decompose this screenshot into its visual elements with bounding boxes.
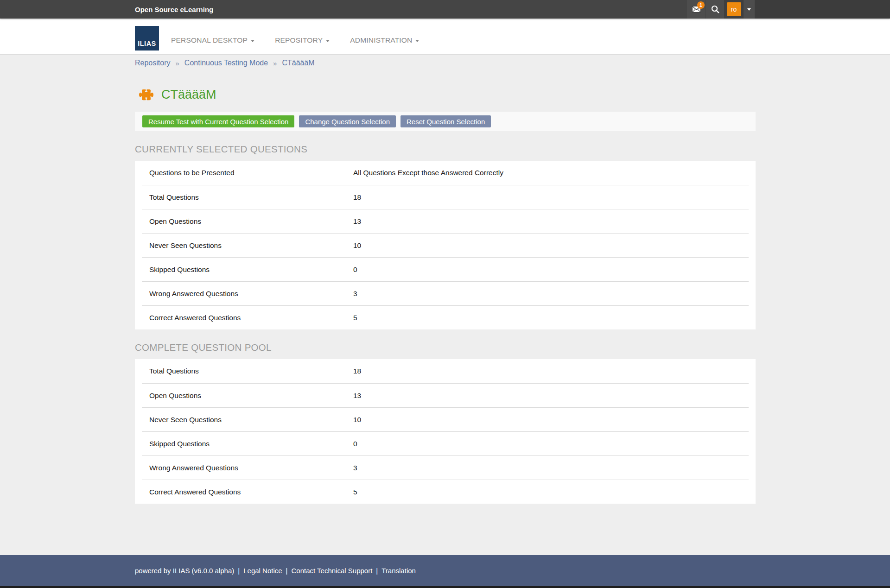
row-value: 10 [353, 241, 361, 250]
user-dropdown-toggle[interactable] [744, 0, 755, 19]
puzzle-piece-icon [139, 88, 153, 102]
page-title: CTääääM [161, 88, 216, 102]
mail-badge: 1 [697, 1, 705, 9]
search-icon [711, 5, 719, 13]
row-value: 5 [353, 314, 357, 322]
installation-title: Open Source eLearning [135, 0, 213, 19]
user-menu-button[interactable]: ro [724, 0, 744, 19]
row-value: 3 [353, 464, 357, 472]
breadcrumb-current-page: CTääääM [282, 59, 314, 67]
search-button[interactable] [706, 0, 724, 19]
row-value: 13 [353, 217, 361, 226]
row-value: All Questions Except those Answered Corr… [353, 169, 503, 177]
table-row: Total Questions 18 [142, 185, 749, 209]
topbar-right-spacer [755, 0, 890, 19]
page-header: CTääääM [135, 88, 756, 102]
table-row: Skipped Questions 0 [142, 257, 749, 281]
menu-item-label: PERSONAL DESKTOP [171, 36, 248, 44]
chevron-down-icon [415, 40, 419, 42]
section-heading-complete-pool: COMPLETE QUESTION POOL [135, 342, 756, 353]
row-label: Skipped Questions [149, 440, 353, 448]
content-container: Repository » Continuous Testing Mode » C… [135, 55, 756, 504]
table-row: Questions to be Presented All Questions … [142, 161, 749, 185]
footer-separator: | [376, 567, 378, 575]
menu-administration[interactable]: ADMINISTRATION [350, 36, 419, 54]
reset-question-selection-button[interactable]: Reset Question Selection [400, 115, 491, 127]
footer-bar: powered by ILIAS (v6.0.0 alpha) | Legal … [0, 555, 890, 586]
complete-question-pool-table: Total Questions 18 Open Questions 13 Nev… [135, 359, 756, 504]
row-value: 0 [353, 266, 357, 274]
contact-support-link[interactable]: Contact Technical Support [292, 567, 373, 575]
top-bar: Open Source eLearning 1 ro [0, 0, 890, 19]
row-label: Total Questions [149, 193, 353, 202]
ilias-logo-text: ILIAS [138, 40, 156, 51]
row-label: Total Questions [149, 367, 353, 375]
chevron-down-icon [326, 40, 330, 42]
row-label: Never Seen Questions [149, 416, 353, 424]
table-row: Open Questions 13 [142, 209, 749, 233]
breadcrumb-separator: » [273, 59, 277, 67]
row-label: Never Seen Questions [149, 241, 353, 250]
chevron-down-icon [747, 8, 751, 11]
row-value: 18 [353, 367, 361, 375]
chevron-down-icon [251, 40, 254, 42]
row-label: Wrong Answered Questions [149, 464, 353, 472]
topbar-actions: 1 ro [687, 0, 755, 19]
table-row: Never Seen Questions 10 [142, 233, 749, 257]
breadcrumb-separator: » [175, 59, 179, 67]
row-label: Open Questions [149, 217, 353, 226]
table-row: Correct Answered Questions 5 [142, 480, 749, 504]
table-row: Open Questions 13 [142, 383, 749, 407]
footer-bottom-strip [0, 586, 890, 588]
table-row: Correct Answered Questions 5 [142, 305, 749, 329]
row-value: 13 [353, 392, 361, 400]
footer-separator: | [238, 567, 240, 575]
table-row: Total Questions 18 [142, 359, 749, 383]
breadcrumb: Repository » Continuous Testing Mode » C… [135, 55, 756, 67]
table-row: Skipped Questions 0 [142, 431, 749, 455]
menu-personal-desktop[interactable]: PERSONAL DESKTOP [171, 36, 254, 54]
row-label: Correct Answered Questions [149, 488, 353, 496]
table-row: Wrong Answered Questions 3 [142, 455, 749, 480]
row-label: Skipped Questions [149, 266, 353, 274]
legal-notice-link[interactable]: Legal Notice [243, 567, 282, 575]
currently-selected-questions-table: Questions to be Presented All Questions … [135, 161, 756, 329]
menu-item-label: REPOSITORY [275, 36, 323, 44]
change-question-selection-button[interactable]: Change Question Selection [299, 115, 396, 127]
mail-button[interactable]: 1 [687, 0, 706, 19]
ilias-page: Open Source eLearning 1 ro [0, 0, 890, 588]
row-value: 10 [353, 416, 361, 424]
footer: powered by ILIAS (v6.0.0 alpha) | Legal … [0, 555, 890, 588]
row-value: 18 [353, 193, 361, 202]
main-navbar: ILIAS PERSONAL DESKTOP REPOSITORY ADMINI… [0, 19, 890, 55]
row-value: 0 [353, 440, 357, 448]
ilias-logo[interactable]: ILIAS [135, 26, 159, 51]
menu-item-label: ADMINISTRATION [350, 36, 412, 44]
breadcrumb-continuous-testing-mode[interactable]: Continuous Testing Mode [184, 59, 268, 67]
resume-test-button[interactable]: Resume Test with Current Question Select… [142, 115, 294, 127]
row-label: Questions to be Presented [149, 169, 353, 177]
powered-by-text: powered by ILIAS (v6.0.0 alpha) [135, 567, 234, 575]
toolbar: Resume Test with Current Question Select… [135, 112, 756, 131]
row-label: Open Questions [149, 392, 353, 400]
table-row: Wrong Answered Questions 3 [142, 281, 749, 305]
row-value: 3 [353, 290, 357, 298]
section-heading-currently-selected: CURRENTLY SELECTED QUESTIONS [135, 144, 756, 155]
main-menu: PERSONAL DESKTOP REPOSITORY ADMINISTRATI… [171, 36, 439, 54]
row-label: Wrong Answered Questions [149, 290, 353, 298]
translation-link[interactable]: Translation [381, 567, 416, 575]
row-value: 5 [353, 488, 357, 496]
breadcrumb-repository[interactable]: Repository [135, 59, 170, 67]
footer-separator: | [286, 567, 288, 575]
user-avatar: ro [727, 2, 741, 16]
menu-repository[interactable]: REPOSITORY [275, 36, 330, 54]
row-label: Correct Answered Questions [149, 314, 353, 322]
table-row: Never Seen Questions 10 [142, 407, 749, 431]
